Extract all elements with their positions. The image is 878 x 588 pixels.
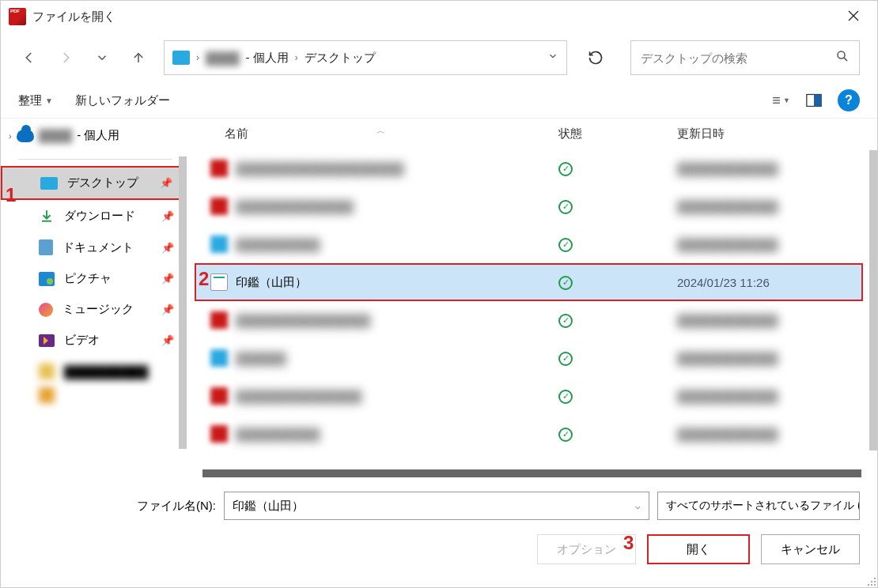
path-dropdown[interactable]	[547, 51, 558, 65]
pictures-icon	[39, 272, 55, 286]
filetype-value: すべてのサポートされているファイル (*	[666, 499, 860, 513]
new-folder-button[interactable]: 新しいフォルダー	[75, 93, 170, 108]
file-row[interactable]: ███████████████✓████████████	[187, 377, 877, 415]
file-icon	[210, 273, 228, 291]
file-status: ✓	[558, 274, 677, 290]
body-area: › ████ - 個人用 デスクトップ 📌 ダウンロード 📌 ドキュメント 📌	[1, 119, 877, 477]
document-icon	[39, 239, 53, 255]
breadcrumb-desktop[interactable]: デスクトップ	[305, 51, 376, 66]
sort-indicator-icon: ︿	[377, 125, 385, 137]
music-icon	[39, 303, 53, 317]
back-button[interactable]	[18, 47, 40, 69]
sidebar-item-videos[interactable]: ビデオ 📌	[1, 325, 187, 356]
options-button[interactable]: オプション	[537, 534, 636, 564]
column-status[interactable]: 状態	[558, 126, 677, 141]
resize-grip[interactable]	[865, 575, 876, 586]
chevron-right-icon[interactable]: ›	[9, 131, 12, 141]
pin-icon[interactable]: 📌	[161, 210, 174, 222]
column-date[interactable]: 更新日時	[677, 126, 853, 141]
refresh-button[interactable]	[585, 47, 607, 69]
close-button[interactable]	[838, 3, 869, 31]
onedrive-icon	[17, 130, 34, 142]
view-mode-menu[interactable]: ▼	[771, 91, 790, 110]
folder-icon	[172, 51, 190, 65]
recent-dropdown[interactable]	[91, 47, 113, 69]
chevron-right-icon: ›	[295, 52, 298, 63]
preview-pane-button[interactable]	[804, 91, 823, 110]
horizontal-scrollbar[interactable]	[202, 469, 861, 477]
file-row[interactable]: ████████████████✓████████████	[187, 301, 877, 339]
file-row[interactable]: ████████████████████✓████████████	[187, 149, 877, 187]
sidebar-item-hidden[interactable]	[1, 387, 187, 403]
sidebar-scrollbar[interactable]	[179, 156, 187, 449]
filetype-combobox[interactable]: すべてのサポートされているファイル (* ⌵	[657, 492, 860, 520]
file-row[interactable]: ██████████✓████████████	[187, 225, 877, 263]
file-name: 印鑑（山田）	[236, 275, 558, 290]
pin-icon[interactable]: 📌	[161, 273, 174, 285]
breadcrumb-user[interactable]: ████	[206, 51, 240, 65]
svg-line-4	[844, 58, 847, 61]
sidebar-item-pictures[interactable]: ピクチャ 📌	[1, 263, 187, 294]
breadcrumb-user-suffix[interactable]: - 個人用	[246, 51, 289, 66]
up-button[interactable]	[127, 47, 149, 69]
chevron-down-icon[interactable]: ⌵	[635, 501, 641, 511]
app-icon	[9, 8, 26, 25]
chevron-right-icon: ›	[196, 52, 199, 63]
desktop-icon	[40, 177, 58, 190]
file-row[interactable]: ██████████████✓████████████	[187, 187, 877, 225]
sidebar: › ████ - 個人用 デスクトップ 📌 ダウンロード 📌 ドキュメント 📌	[1, 119, 187, 477]
vertical-scrollbar[interactable]	[869, 150, 877, 450]
tree-root-onedrive[interactable]: › ████ - 個人用	[1, 123, 187, 148]
toolbar: 整理▼ 新しいフォルダー ▼ ?	[1, 83, 877, 119]
titlebar: ファイルを開く	[1, 1, 877, 32]
pin-icon[interactable]: 📌	[161, 303, 174, 315]
pin-icon[interactable]: 📌	[161, 334, 174, 346]
cancel-button[interactable]: キャンセル	[761, 534, 860, 564]
search-input[interactable]	[641, 51, 835, 65]
svg-point-3	[838, 51, 845, 58]
nav-row: › ████ - 個人用 › デスクトップ	[1, 32, 877, 83]
pin-icon[interactable]: 📌	[161, 242, 174, 254]
file-date: 2024/01/23 11:26	[677, 276, 853, 289]
window-title: ファイルを開く	[32, 9, 115, 24]
help-button[interactable]: ?	[838, 89, 860, 111]
synced-icon: ✓	[558, 276, 573, 290]
organize-menu[interactable]: 整理▼	[18, 93, 53, 108]
forward-button[interactable]	[55, 47, 77, 69]
filename-combobox[interactable]: 印鑑（山田） ⌵	[224, 492, 649, 520]
column-headers: 名前︿ 状態 更新日時	[187, 119, 877, 149]
pin-icon[interactable]: 📌	[160, 177, 172, 189]
download-icon	[39, 208, 55, 224]
filename-label: ファイル名(N):	[137, 499, 216, 514]
filename-value: 印鑑（山田）	[233, 499, 304, 514]
file-list: 名前︿ 状態 更新日時 ████████████████████✓███████…	[187, 119, 877, 477]
file-row-selected[interactable]: 印鑑（山田） ✓ 2024/01/23 11:26	[195, 263, 863, 301]
breadcrumb-bar[interactable]: › ████ - 個人用 › デスクトップ	[164, 40, 567, 75]
svg-rect-9	[814, 95, 821, 107]
search-icon[interactable]	[835, 49, 850, 66]
column-name[interactable]: 名前︿	[210, 126, 558, 141]
video-icon	[39, 334, 55, 347]
file-row[interactable]: ██████✓████████████	[187, 339, 877, 377]
sidebar-item-hidden[interactable]: ██████████	[1, 356, 187, 387]
sidebar-item-documents[interactable]: ドキュメント 📌	[1, 232, 187, 263]
divider	[18, 159, 172, 160]
sidebar-item-music[interactable]: ミュージック 📌	[1, 294, 187, 325]
open-file-dialog: ファイルを開く › ████ - 個人用 › デスクトップ 整理▼ 新しいフォル…	[0, 0, 878, 588]
sidebar-item-downloads[interactable]: ダウンロード 📌	[1, 200, 187, 232]
sidebar-item-desktop[interactable]: デスクトップ 📌	[1, 166, 187, 200]
footer: ファイル名(N): 印鑑（山田） ⌵ すべてのサポートされているファイル (* …	[1, 477, 877, 579]
open-button[interactable]: 開く	[647, 534, 750, 564]
search-box[interactable]	[630, 40, 860, 75]
file-row[interactable]: ██████████✓████████████	[187, 415, 877, 453]
